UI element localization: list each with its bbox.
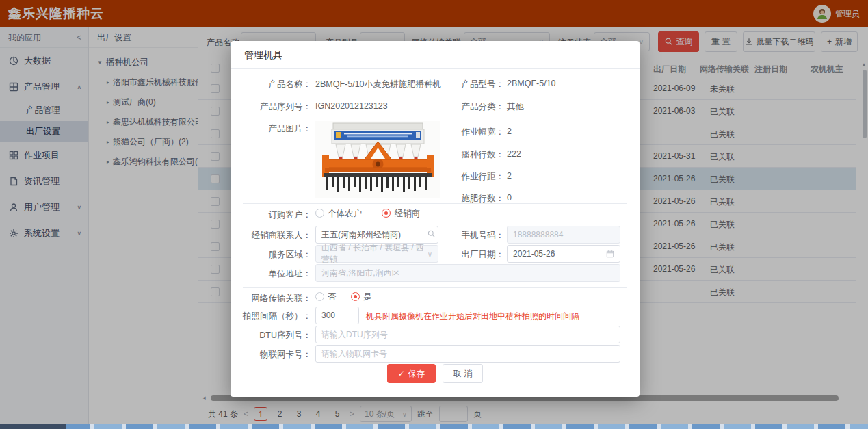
select-value: 山西省 / 长治市 / 襄垣县 / 西营镇	[321, 242, 428, 265]
iot-card-label: 物联网卡号：	[231, 349, 311, 361]
radio-network-yes[interactable]: 是	[351, 292, 372, 302]
radio-label: 个体农户	[328, 209, 362, 218]
dialog-footer: ✓ 保存 取 消	[231, 364, 640, 383]
address-label: 单位地址：	[231, 268, 311, 280]
width-value: 2	[507, 127, 512, 136]
factory-date-input[interactable]: 2021-05-26	[507, 245, 620, 263]
radio-checked-icon	[351, 292, 360, 301]
model-value: 2BMQF-5/10	[507, 79, 556, 88]
product-photo	[315, 121, 440, 198]
spacing-label: 作业行距：	[423, 171, 504, 183]
product-name-label: 产品名称：	[231, 79, 311, 90]
customer-radio-group: 个体农户 经销商	[315, 208, 438, 220]
divider	[243, 203, 627, 204]
photo-interval-input[interactable]	[315, 307, 359, 324]
os-taskbar[interactable]	[0, 424, 868, 429]
radio-label: 是	[363, 292, 372, 302]
photo-interval-hint: 机具附属摄像机在作业开始后对田地中秸秆拍照的时间间隔	[366, 311, 579, 322]
product-name-value: 2BMQF-5/10小麦免耕施肥播种机	[315, 79, 441, 90]
region-label: 服务区域：	[231, 249, 311, 261]
seed-rows-label: 播种行数：	[423, 149, 504, 161]
dealer-contact-input[interactable]	[315, 226, 438, 244]
network-radio-group: 否 是	[315, 291, 389, 303]
phone-input	[507, 226, 620, 244]
factory-date-label: 出厂日期：	[423, 249, 504, 261]
divider	[243, 287, 627, 288]
button-label: 保存	[408, 368, 425, 380]
iot-card-input[interactable]	[315, 345, 620, 363]
category-label: 产品分类：	[423, 101, 504, 113]
dtu-serial-input[interactable]	[315, 326, 620, 343]
serial-value: IGN202012123123	[315, 101, 388, 111]
app-root: 鑫乐兴隆播种云 管理员 我的应用 < 大数据 产品管理 ∧	[0, 0, 868, 429]
width-label: 作业幅宽：	[423, 127, 504, 138]
radio-dealer[interactable]: 经销商	[382, 209, 420, 218]
radio-checked-icon	[382, 209, 391, 218]
unit-address-input	[315, 264, 620, 282]
customer-label: 订购客户：	[231, 209, 311, 221]
dtu-serial-label: DTU序列号：	[231, 330, 311, 341]
radio-individual-farmer[interactable]: 个体农户	[315, 209, 362, 218]
check-icon: ✓	[398, 369, 405, 378]
date-value: 2021-05-26	[513, 249, 555, 259]
radio-network-no[interactable]: 否	[315, 292, 337, 302]
phone-label: 手机号码：	[423, 230, 504, 242]
cancel-button[interactable]: 取 消	[443, 364, 483, 383]
network-link-label: 网络传输关联：	[231, 293, 311, 304]
image-label: 产品图片：	[231, 123, 311, 135]
dealer-label: 经销商联系人：	[231, 230, 311, 242]
divider	[231, 68, 640, 69]
calendar-icon	[606, 250, 614, 258]
dialog-title: 管理机具	[244, 49, 282, 62]
radio-label: 否	[328, 292, 337, 302]
spacing-value: 2	[507, 171, 512, 181]
serial-label: 产品序列号：	[231, 101, 311, 113]
category-value: 其他	[507, 101, 524, 113]
radio-label: 经销商	[394, 209, 420, 218]
service-region-select: 山西省 / 长治市 / 襄垣县 / 西营镇 ∨	[315, 245, 438, 263]
seed-rows-value: 222	[507, 149, 521, 159]
manage-equipment-dialog: 管理机具 产品名称： 2BMQF-5/10小麦免耕施肥播种机 产品型号： 2BM…	[231, 41, 640, 397]
photo-interval-label: 拍照间隔（秒）：	[231, 311, 311, 322]
save-button[interactable]: ✓ 保存	[387, 364, 436, 383]
radio-icon	[315, 292, 324, 301]
radio-icon	[315, 209, 324, 218]
model-label: 产品型号：	[423, 79, 504, 90]
fert-rows-value: 0	[507, 193, 512, 203]
button-label: 取 消	[453, 368, 472, 380]
